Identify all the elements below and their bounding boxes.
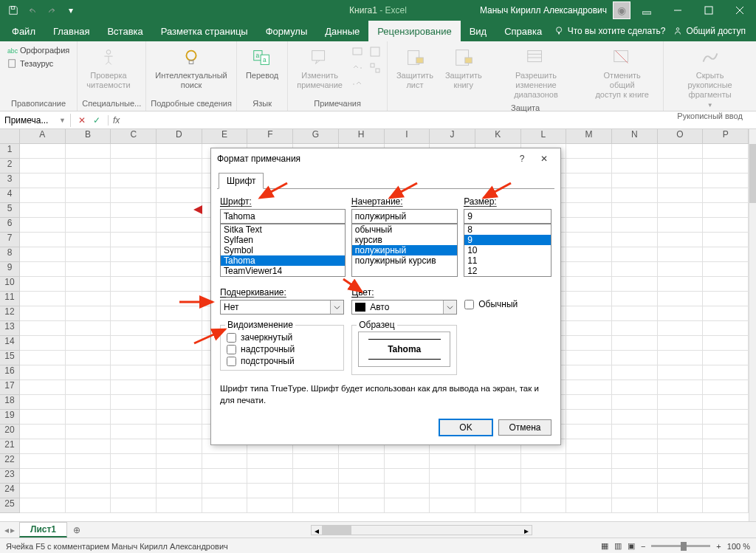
accessibility-button[interactable]: Проверка читаемости bbox=[82, 44, 134, 92]
cell[interactable] bbox=[658, 454, 704, 469]
col-header[interactable]: K bbox=[475, 129, 521, 144]
list-item[interactable]: курсив bbox=[352, 235, 457, 245]
thesaurus-button[interactable]: Тезаурус bbox=[4, 58, 72, 69]
cell[interactable] bbox=[703, 306, 749, 321]
name-box[interactable]: Примеча...▼ bbox=[0, 114, 71, 127]
cell[interactable] bbox=[566, 292, 612, 306]
cancel-formula-icon[interactable]: ✕ bbox=[77, 115, 87, 126]
row-header[interactable]: 7 bbox=[0, 233, 20, 247]
allow-ranges-button[interactable]: Разрешить изменение диапазонов bbox=[489, 44, 583, 102]
cell[interactable] bbox=[612, 321, 658, 336]
unshare-button[interactable]: Отменить общий доступ к книге bbox=[585, 44, 659, 102]
cell[interactable] bbox=[703, 203, 749, 218]
cell[interactable] bbox=[658, 365, 704, 380]
cell[interactable] bbox=[703, 351, 749, 365]
cell[interactable] bbox=[612, 144, 658, 159]
cell[interactable] bbox=[566, 203, 612, 218]
cell[interactable] bbox=[20, 321, 66, 336]
cell[interactable] bbox=[20, 380, 66, 395]
cell[interactable] bbox=[66, 336, 111, 351]
superscript-checkbox[interactable]: надстрочный bbox=[227, 343, 337, 355]
cell[interactable] bbox=[703, 277, 749, 292]
translate-button[interactable]: аa Перевод bbox=[241, 44, 283, 82]
cell[interactable] bbox=[475, 469, 521, 484]
row-header[interactable]: 16 bbox=[0, 365, 20, 380]
cell[interactable] bbox=[612, 262, 658, 277]
cell[interactable] bbox=[658, 262, 704, 277]
cell[interactable] bbox=[66, 292, 111, 306]
cell[interactable] bbox=[20, 498, 66, 513]
view-page-icon[interactable]: ▥ bbox=[614, 541, 622, 551]
cell[interactable] bbox=[111, 425, 157, 439]
cell[interactable] bbox=[66, 203, 111, 218]
cell[interactable] bbox=[20, 484, 66, 498]
cell[interactable] bbox=[475, 484, 521, 498]
cell[interactable] bbox=[293, 469, 339, 484]
sheet-nav-prev-icon[interactable]: ◂ bbox=[4, 525, 9, 535]
cell[interactable] bbox=[566, 351, 612, 365]
list-item[interactable]: Tahoma bbox=[221, 255, 345, 266]
cell[interactable] bbox=[66, 306, 111, 321]
size-input[interactable] bbox=[464, 209, 551, 224]
dialog-close-icon[interactable]: ✕ bbox=[534, 151, 554, 167]
col-header[interactable]: I bbox=[385, 129, 430, 144]
list-item[interactable]: 9 bbox=[464, 235, 551, 245]
cell[interactable] bbox=[157, 380, 202, 395]
cell[interactable] bbox=[612, 484, 658, 498]
ok-button[interactable]: OK bbox=[439, 419, 492, 436]
edit-comment-button[interactable]: Изменить примечание bbox=[292, 44, 347, 92]
row-header[interactable]: 2 bbox=[0, 159, 20, 174]
cell[interactable] bbox=[66, 454, 111, 469]
cell[interactable] bbox=[658, 292, 704, 306]
row-header[interactable]: 15 bbox=[0, 351, 20, 365]
share-button[interactable]: Общий доступ bbox=[665, 26, 753, 36]
cell[interactable] bbox=[20, 439, 66, 454]
cell[interactable] bbox=[658, 439, 704, 454]
cell[interactable] bbox=[20, 262, 66, 277]
col-header[interactable]: H bbox=[339, 129, 385, 144]
cell[interactable] bbox=[430, 484, 475, 498]
list-item[interactable]: Sylfaen bbox=[221, 235, 345, 245]
protect-sheet-button[interactable]: Защитить лист bbox=[392, 44, 438, 92]
cell[interactable] bbox=[703, 292, 749, 306]
cell[interactable] bbox=[111, 247, 157, 262]
cell[interactable] bbox=[20, 395, 66, 410]
cell[interactable] bbox=[157, 454, 202, 469]
col-header[interactable]: L bbox=[521, 129, 567, 144]
zoom-slider[interactable] bbox=[651, 545, 710, 547]
cell[interactable] bbox=[658, 159, 704, 174]
cell[interactable] bbox=[157, 188, 202, 203]
cell[interactable] bbox=[157, 321, 202, 336]
cell[interactable] bbox=[66, 277, 111, 292]
cell[interactable] bbox=[339, 484, 385, 498]
cell[interactable] bbox=[703, 262, 749, 277]
list-item[interactable]: 12 bbox=[464, 266, 551, 276]
horizontal-scrollbar[interactable]: ◂▸ bbox=[86, 525, 756, 535]
cell[interactable] bbox=[658, 469, 704, 484]
cell[interactable] bbox=[339, 469, 385, 484]
cell[interactable] bbox=[111, 144, 157, 159]
cell[interactable] bbox=[157, 439, 202, 454]
cell[interactable] bbox=[521, 484, 567, 498]
cell[interactable] bbox=[703, 159, 749, 174]
cell[interactable] bbox=[66, 218, 111, 233]
cell[interactable] bbox=[566, 454, 612, 469]
protect-book-button[interactable]: Защитить книгу bbox=[441, 44, 487, 92]
cell[interactable] bbox=[658, 321, 704, 336]
color-combo[interactable]: Авто bbox=[351, 300, 457, 315]
cell[interactable] bbox=[111, 292, 157, 306]
cell[interactable] bbox=[157, 233, 202, 247]
cell[interactable] bbox=[703, 144, 749, 159]
view-normal-icon[interactable]: ▦ bbox=[601, 541, 608, 551]
row-header[interactable]: 19 bbox=[0, 410, 20, 425]
cell[interactable] bbox=[566, 159, 612, 174]
row-header[interactable]: 5 bbox=[0, 203, 20, 218]
ribbon-tab-7[interactable]: Вид bbox=[461, 21, 496, 41]
cell[interactable] bbox=[612, 498, 658, 513]
cell[interactable] bbox=[658, 188, 704, 203]
username[interactable]: Маныч Кирилл Александрович bbox=[480, 5, 607, 16]
ribbon-tab-3[interactable]: Разметка страницы bbox=[152, 21, 257, 41]
cell[interactable] bbox=[111, 380, 157, 395]
row-header[interactable]: 24 bbox=[0, 484, 20, 498]
row-header[interactable]: 6 bbox=[0, 218, 20, 233]
